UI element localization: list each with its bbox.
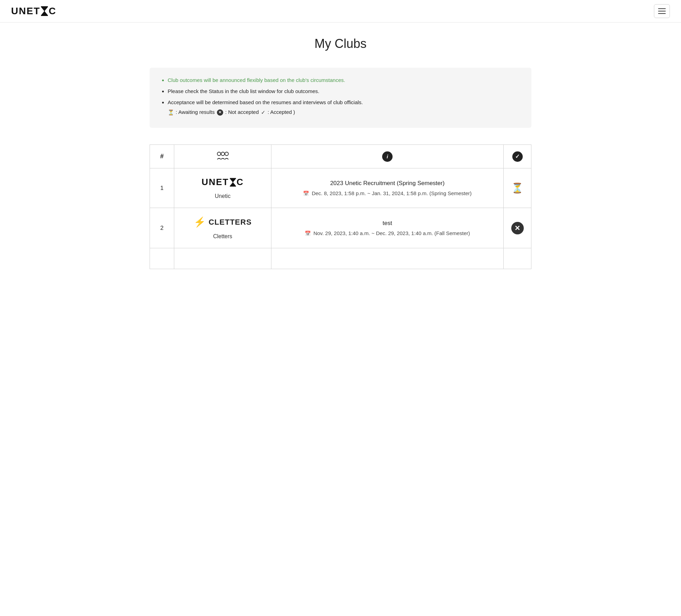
page-title: My Clubs <box>150 36 531 51</box>
legend-check-icon: ✓ <box>261 108 266 117</box>
info-list: Club outcomes will be announced flexibly… <box>161 76 520 117</box>
row-1-num: 1 <box>150 168 174 208</box>
hamburger-line-2 <box>658 11 666 11</box>
legend-awaiting-text: : Awaiting results <box>176 109 216 115</box>
svg-rect-8 <box>230 186 236 186</box>
clubs-icon <box>217 150 229 161</box>
row-1-info: 2023 Unetic Recruitment (Spring Semester… <box>271 168 504 208</box>
row-2-club-name: Cletters <box>180 233 266 240</box>
unetic-logo-text-before: UNET <box>202 177 229 188</box>
table-header-row: # i ✓ <box>150 145 531 168</box>
col-header-status: ✓ <box>504 145 531 168</box>
row-1-recruitment-title: 2023 Unetic Recruitment (Spring Semester… <box>277 180 498 187</box>
brand-hourglass-icon <box>41 6 48 16</box>
hamburger-line-1 <box>658 8 666 9</box>
brand-logo[interactable]: UNET C <box>11 6 56 17</box>
svg-point-4 <box>221 152 225 156</box>
info-item-2: Please check the Status in the club list… <box>168 87 520 95</box>
row-3-club <box>174 248 271 269</box>
svg-rect-2 <box>41 15 48 16</box>
table-row <box>150 248 531 269</box>
legend-not-accepted-text: : Not accepted <box>225 109 260 115</box>
col-header-club <box>174 145 271 168</box>
row-2-recruitment-title: test <box>277 220 498 227</box>
cletters-logo-text: CLETTERS <box>209 218 252 227</box>
row-3-info <box>271 248 504 269</box>
main-content: My Clubs Club outcomes will be announced… <box>143 23 538 283</box>
row-2-recruitment-date: 📅 Nov. 29, 2023, 1:40 a.m. ~ Dec. 29, 20… <box>277 230 498 236</box>
table-header: # i ✓ <box>150 145 531 168</box>
col-header-num: # <box>150 145 174 168</box>
brand-text-before: UNET <box>11 6 40 17</box>
svg-marker-6 <box>230 178 236 186</box>
row-1-club: UNET C Unetic <box>174 168 271 208</box>
row-2-num: 2 <box>150 208 174 248</box>
cletters-bolt-icon: ⚡ <box>194 216 206 228</box>
svg-rect-1 <box>41 6 48 7</box>
calendar-icon-1: 📅 <box>303 191 309 196</box>
info-item-1: Club outcomes will be announced flexibly… <box>168 76 520 84</box>
info-box: Club outcomes will be announced flexibly… <box>150 68 531 128</box>
unetic-logo: UNET C <box>180 177 266 188</box>
unetic-logo-hourglass <box>229 178 236 187</box>
table-row: 2 ⚡ CLETTERS Cletters test 📅 Nov. 29, 20… <box>150 208 531 248</box>
legend-hourglass-icon: ⏳ <box>168 108 174 117</box>
info-item-3: Acceptance will be determined based on t… <box>168 98 520 117</box>
legend: ⏳ : Awaiting results ✕ : Not accepted ✓ … <box>168 108 520 117</box>
calendar-icon-2: 📅 <box>305 231 311 236</box>
navbar: UNET C <box>0 0 681 23</box>
unetic-logo-text-after: C <box>237 177 244 188</box>
table-row: 1 UNET C Unetic <box>150 168 531 208</box>
info-header-icon: i <box>382 151 393 162</box>
row-3-status <box>504 248 531 269</box>
svg-rect-7 <box>230 178 236 178</box>
brand-text-after: C <box>49 6 56 17</box>
hamburger-line-3 <box>658 13 666 14</box>
status-awaiting-icon: ⏳ <box>511 183 523 193</box>
row-2-status: ✕ <box>504 208 531 248</box>
clubs-table: # i ✓ <box>150 144 531 269</box>
row-2-info: test 📅 Nov. 29, 2023, 1:40 a.m. ~ Dec. 2… <box>271 208 504 248</box>
row-1-recruitment-date: 📅 Dec. 8, 2023, 1:58 p.m. ~ Jan. 31, 202… <box>277 190 498 196</box>
row-1-status: ⏳ <box>504 168 531 208</box>
check-header-icon: ✓ <box>512 151 523 162</box>
svg-marker-0 <box>41 6 48 16</box>
legend-accepted-text: : Accepted ) <box>268 109 295 115</box>
row-1-club-name: Unetic <box>180 193 266 199</box>
svg-point-3 <box>217 152 221 156</box>
table-body: 1 UNET C Unetic <box>150 168 531 269</box>
status-rejected-icon: ✕ <box>511 222 524 234</box>
cletters-logo: ⚡ CLETTERS <box>180 216 266 228</box>
legend-x-icon: ✕ <box>217 109 223 116</box>
row-2-club: ⚡ CLETTERS Cletters <box>174 208 271 248</box>
svg-point-5 <box>225 152 228 156</box>
col-header-info: i <box>271 145 504 168</box>
hamburger-button[interactable] <box>654 4 670 18</box>
row-3-num <box>150 248 174 269</box>
